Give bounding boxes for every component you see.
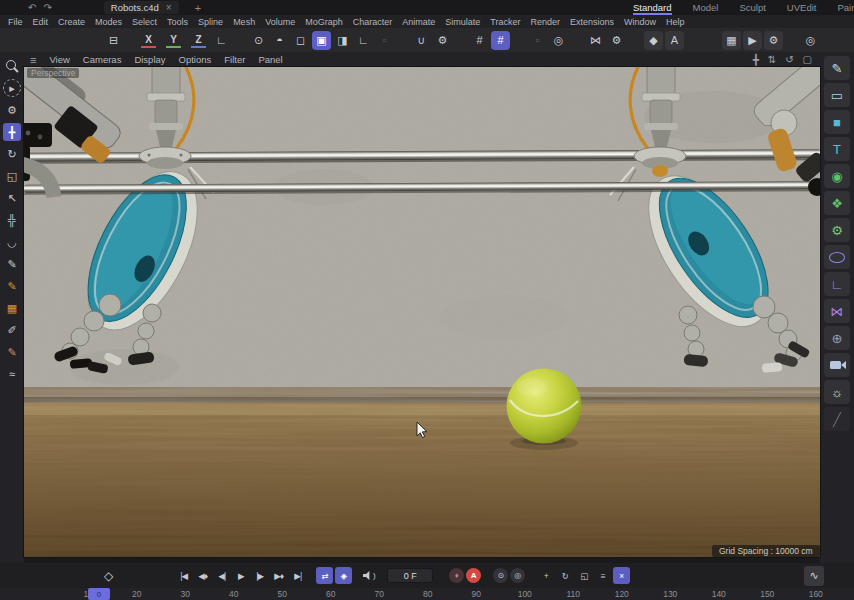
workplane-button[interactable]: ▫ [528, 31, 547, 50]
coordinate-system-button[interactable]: ∟ [212, 31, 231, 50]
menu-edit[interactable]: Edit [33, 17, 49, 27]
menu-select[interactable]: Select [132, 17, 157, 27]
layout-tab-standard[interactable]: Standard [633, 0, 672, 15]
fcurve-window-button[interactable]: ∿ [804, 566, 824, 586]
sound-toggle-icon[interactable] [360, 567, 377, 584]
brush-tool-icon[interactable]: ✐ [3, 321, 21, 339]
pla-key-toggle[interactable]: × [613, 567, 630, 584]
orbit-view-icon[interactable]: ↺ [785, 54, 793, 65]
layout-tab-sculpt[interactable]: Sculpt [739, 0, 765, 15]
layout-tab-paint[interactable]: Paint [837, 0, 854, 15]
undo-icon[interactable]: ↶ [28, 3, 36, 13]
measure-pen-tool-icon[interactable]: ✎ [3, 343, 21, 361]
menu-render[interactable]: Render [530, 17, 560, 27]
lock-y-axis-button[interactable]: Y [166, 33, 181, 48]
simulation-gear-tool-icon[interactable]: ⚙ [3, 101, 21, 119]
vp-menu-filter[interactable]: Filter [224, 54, 245, 65]
asset-hex-button[interactable]: ◆ [644, 31, 663, 50]
snap-magnet-button[interactable]: ∪ [412, 31, 431, 50]
cube-primitive-object-icon[interactable]: ■ [824, 110, 850, 134]
previous-key-button[interactable]: ◀♦ [194, 567, 211, 584]
dolly-view-icon[interactable]: ⇅ [768, 54, 776, 65]
lock-x-axis-button[interactable]: X [141, 33, 156, 48]
current-frame-field[interactable]: 0 F [387, 568, 433, 583]
spline-pen-object-icon[interactable]: ✎ [824, 56, 850, 80]
texture-mode-button[interactable]: ◨ [333, 31, 352, 50]
live-selection-tool-icon[interactable]: ▸ [3, 79, 21, 97]
rotation-key-toggle[interactable]: ↻ [556, 567, 573, 584]
keyframe-presets-button[interactable]: ◎ [510, 568, 525, 583]
light-object-icon[interactable]: ☼ [824, 380, 850, 404]
disabled-tool-icon[interactable]: ╱ [824, 407, 850, 431]
interactive-render-button[interactable]: ◎ [801, 31, 820, 50]
points-mode-button[interactable]: ⊙ [249, 31, 268, 50]
menu-modes[interactable]: Modes [95, 17, 122, 27]
menu-file[interactable]: File [8, 17, 23, 27]
menu-tracker[interactable]: Tracker [490, 17, 520, 27]
multi-axis-move-tool-icon[interactable]: ╬ [3, 211, 21, 229]
camera-object-icon[interactable] [824, 353, 850, 377]
snap-settings-button[interactable]: ⚙ [433, 31, 452, 50]
move-tool-button[interactable]: ╋ [3, 123, 21, 141]
tweak-box-icon[interactable]: ⊟ [104, 31, 123, 50]
timeline-ruler[interactable]: 102030405060708090100110120130140150160 [0, 588, 854, 600]
menu-tools[interactable]: Tools [167, 17, 188, 27]
render-settings-button[interactable]: ⚙ [764, 31, 783, 50]
pan-view-icon[interactable]: ╋ [753, 54, 759, 65]
next-frame-button[interactable]: |▶ [251, 567, 268, 584]
menu-spline[interactable]: Spline [198, 17, 223, 27]
menu-simulate[interactable]: Simulate [445, 17, 480, 27]
vp-menu-view[interactable]: View [49, 54, 69, 65]
symmetry-object-icon[interactable]: ⋈ [824, 299, 850, 323]
cursor-transform-tool-icon[interactable]: ↖ [3, 189, 21, 207]
play-mode-button[interactable]: ◈ [335, 567, 352, 584]
goto-end-button[interactable]: ▶| [289, 567, 306, 584]
rectangle-spline-object-icon[interactable]: ▭ [824, 83, 850, 107]
subdivision-surface-object-icon[interactable]: ◉ [824, 164, 850, 188]
layout-tab-uvedit[interactable]: UVEdit [787, 0, 817, 15]
vp-menu-display[interactable]: Display [134, 54, 165, 65]
asset-a-button[interactable]: A [665, 31, 684, 50]
menu-mograph[interactable]: MoGraph [305, 17, 343, 27]
target-button[interactable]: ◎ [549, 31, 568, 50]
play-button[interactable]: ▶ [232, 567, 249, 584]
axis-mode-button[interactable]: ∟ [354, 31, 373, 50]
vp-menu-panel[interactable]: Panel [258, 54, 282, 65]
edges-mode-button[interactable]: ◓ [270, 31, 289, 50]
layout-tab-model[interactable]: Model [693, 0, 719, 15]
parameter-key-toggle[interactable]: ≡ [594, 567, 611, 584]
rotate-tool-button[interactable]: ↻ [3, 145, 21, 163]
keyframe-selection-button[interactable]: ⊙ [493, 568, 508, 583]
menu-create[interactable]: Create [58, 17, 85, 27]
previous-frame-button[interactable]: ◀| [213, 567, 230, 584]
redo-icon[interactable]: ↷ [43, 3, 51, 13]
render-view-button[interactable]: ▦ [722, 31, 741, 50]
menu-character[interactable]: Character [353, 17, 393, 27]
text-object-icon[interactable]: T [824, 137, 850, 161]
menu-window[interactable]: Window [624, 17, 656, 27]
scale-key-toggle[interactable]: ◱ [575, 567, 592, 584]
ellipse-spline-object-icon[interactable] [824, 245, 850, 269]
modeling-settings-button[interactable]: ⚙ [607, 31, 626, 50]
vp-menu-options[interactable]: Options [179, 54, 212, 65]
arc-pen-tool-icon[interactable]: ◡ [3, 233, 21, 251]
goto-start-button[interactable]: |◀ [175, 567, 192, 584]
viewport-menu-icon[interactable]: ≡ [30, 54, 36, 66]
viewport-canvas[interactable] [24, 67, 820, 557]
workplane-mode-button[interactable]: ▫ [375, 31, 394, 50]
render-play-button[interactable]: ▶ [743, 31, 762, 50]
lock-z-axis-button[interactable]: Z [191, 33, 206, 48]
menu-animate[interactable]: Animate [402, 17, 435, 27]
maximize-view-icon[interactable]: ▢ [803, 54, 812, 65]
scale-tool-button[interactable]: ◱ [3, 167, 21, 185]
cluster-object-icon[interactable]: ❖ [824, 191, 850, 215]
quantize-snap-button[interactable]: # [491, 31, 510, 50]
next-key-button[interactable]: ▶♦ [270, 567, 287, 584]
model-mode-button[interactable]: ▣ [312, 31, 331, 50]
menu-extensions[interactable]: Extensions [570, 17, 614, 27]
menu-volume[interactable]: Volume [265, 17, 295, 27]
bevel-cubes-tool-icon[interactable]: ▦ [3, 299, 21, 317]
sky-object-icon[interactable]: ⊕ [824, 326, 850, 350]
vp-menu-cameras[interactable]: Cameras [83, 54, 122, 65]
pen-tool-icon[interactable]: ✎ [3, 255, 21, 273]
